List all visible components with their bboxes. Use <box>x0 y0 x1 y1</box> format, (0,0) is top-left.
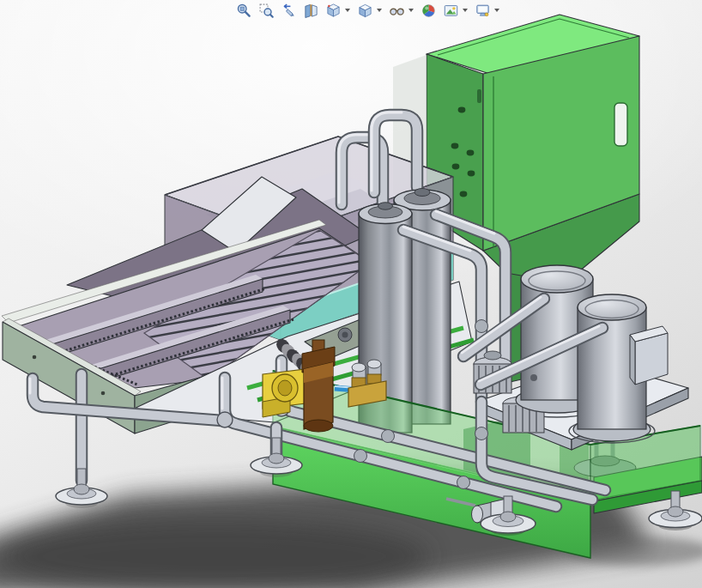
dropdown-caret-icon[interactable] <box>463 9 468 12</box>
view-cube-icon <box>325 3 342 19</box>
dropdown-caret-icon[interactable] <box>345 9 350 12</box>
inline-oil-filter[interactable] <box>302 340 335 432</box>
display-style-button[interactable] <box>355 2 375 20</box>
view-toolbar[interactable] <box>233 1 503 20</box>
pipe-collar <box>475 320 488 333</box>
pump-motor-2[interactable] <box>573 294 668 441</box>
cylinder-cap-fitting <box>378 203 393 209</box>
dropdown-caret-icon[interactable] <box>377 9 382 12</box>
eyeglasses-icon <box>389 3 405 19</box>
dropdown-caret-icon[interactable] <box>408 9 414 12</box>
dropdown-caret-icon[interactable] <box>494 9 499 12</box>
section-view-button[interactable] <box>301 2 321 20</box>
scene-photo-icon <box>443 3 459 19</box>
previous-view-button[interactable] <box>279 2 299 20</box>
pipe-collar <box>354 450 367 463</box>
zoom-to-fit-icon <box>236 3 252 19</box>
zoom-to-fit-button[interactable] <box>234 2 254 20</box>
cylinder-cap-fitting <box>415 189 430 197</box>
hide-show-items-button[interactable] <box>387 2 407 20</box>
pipe-collar <box>382 430 395 443</box>
cad-viewport[interactable] <box>0 0 702 588</box>
section-view-icon <box>303 3 319 19</box>
machine-3d-model[interactable] <box>0 0 702 588</box>
color-sphere-icon <box>421 3 437 19</box>
shaded-cube-icon <box>357 3 373 19</box>
zoom-to-area-icon <box>258 3 275 19</box>
zoom-to-area-button[interactable] <box>257 2 276 20</box>
apply-scene-button[interactable] <box>441 2 461 20</box>
pipe-elbow <box>217 412 233 427</box>
pipe-collar <box>475 427 488 440</box>
view-orientation-button[interactable] <box>324 2 343 20</box>
cabinet-hinge <box>477 89 481 103</box>
leveling-foot[interactable] <box>56 469 107 508</box>
pipe-collar <box>457 476 470 489</box>
cabinet-door-handle[interactable] <box>614 103 627 146</box>
edit-appearance-button[interactable] <box>419 2 439 20</box>
previous-view-icon <box>281 3 297 19</box>
motor-junction-box[interactable] <box>630 326 668 385</box>
view-settings-button[interactable] <box>473 2 493 20</box>
monitor-icon <box>475 3 491 19</box>
